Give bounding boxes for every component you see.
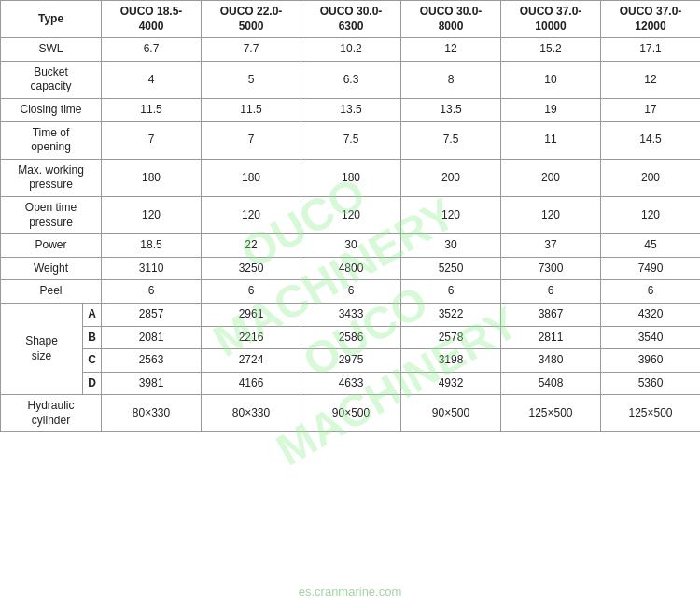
col-header-4: OUCO 30.0-8000 xyxy=(401,1,501,38)
hydraulic-v5: 125×500 xyxy=(501,395,601,432)
watermark-url: es.cranmarine.com xyxy=(299,585,402,599)
table-row: Max. workingpressure 180 180 180 200 200… xyxy=(1,159,701,196)
shape-d-v3: 4633 xyxy=(301,372,401,395)
bucket-v3: 6.3 xyxy=(301,61,401,98)
shape-row-b: B 2081 2216 2586 2578 2811 3540 xyxy=(1,326,701,349)
swl-v5: 15.2 xyxy=(501,38,601,62)
power-v4: 30 xyxy=(401,234,501,258)
power-v1: 18.5 xyxy=(102,234,202,258)
peel-v6: 6 xyxy=(601,280,701,304)
specs-table: Type OUCO 18.5-4000 OUCO 22.0-5000 OUCO … xyxy=(0,0,700,432)
hydraulic-v6: 125×500 xyxy=(601,395,701,432)
opentimepressure-v5: 120 xyxy=(501,196,601,233)
shape-c-v2: 2724 xyxy=(202,349,301,373)
closing-v2: 11.5 xyxy=(202,98,301,121)
hydraulic-v2: 80×330 xyxy=(202,395,301,432)
type-header: Type xyxy=(1,1,102,38)
shape-d-v2: 4166 xyxy=(202,372,301,395)
shape-b-v1: 2081 xyxy=(102,326,202,349)
closing-v1: 11.5 xyxy=(102,98,202,121)
power-v6: 45 xyxy=(601,234,701,258)
weight-v2: 3250 xyxy=(202,257,301,280)
opening-v5: 11 xyxy=(501,121,601,159)
table-row: SWL 6.7 7.7 10.2 12 15.2 17.1 xyxy=(1,38,701,62)
hydraulic-label: Hydrauliccylinder xyxy=(1,395,102,432)
swl-v4: 12 xyxy=(401,38,501,62)
opening-v6: 14.5 xyxy=(601,121,701,159)
table-row: Time ofopening 7 7 7.5 7.5 11 14.5 xyxy=(1,121,701,159)
opentimepressure-v4: 120 xyxy=(401,196,501,233)
opening-label: Time ofopening xyxy=(1,121,102,159)
power-v2: 22 xyxy=(202,234,301,258)
shape-c-v5: 3480 xyxy=(501,349,601,373)
opentimepressure-label: Open timepressure xyxy=(1,196,102,233)
maxpressure-v2: 180 xyxy=(202,159,301,196)
table-row: Bucketcapacity 4 5 6.3 8 10 12 xyxy=(1,61,701,98)
power-v5: 37 xyxy=(501,234,601,258)
peel-v2: 6 xyxy=(202,280,301,304)
col-header-3: OUCO 30.0-6300 xyxy=(301,1,401,38)
power-label: Power xyxy=(1,234,102,258)
col-header-2: OUCO 22.0-5000 xyxy=(202,1,301,38)
peel-label: Peel xyxy=(1,280,102,304)
shape-c-v1: 2563 xyxy=(102,349,202,373)
table-row: Open timepressure 120 120 120 120 120 12… xyxy=(1,196,701,233)
shape-a-v2: 2961 xyxy=(202,303,301,326)
table-row: Closing time 11.5 11.5 13.5 13.5 19 17 xyxy=(1,98,701,121)
shape-b-v2: 2216 xyxy=(202,326,301,349)
swl-v3: 10.2 xyxy=(301,38,401,62)
shape-sub-c: C xyxy=(83,349,102,373)
shape-size-label: Shapesize xyxy=(1,303,83,394)
shape-sub-d: D xyxy=(83,372,102,395)
shape-sub-a: A xyxy=(83,303,102,326)
table-row: Weight 3110 3250 4800 5250 7300 7490 xyxy=(1,257,701,280)
shape-a-v4: 3522 xyxy=(401,303,501,326)
opentimepressure-v2: 120 xyxy=(202,196,301,233)
maxpressure-v4: 200 xyxy=(401,159,501,196)
col-header-1: OUCO 18.5-4000 xyxy=(102,1,202,38)
shape-a-v5: 3867 xyxy=(501,303,601,326)
bucket-label: Bucketcapacity xyxy=(1,61,102,98)
hydraulic-v1: 80×330 xyxy=(102,395,202,432)
shape-d-v1: 3981 xyxy=(102,372,202,395)
swl-v1: 6.7 xyxy=(102,38,202,62)
shape-row-a: Shapesize A 2857 2961 3433 3522 3867 432… xyxy=(1,303,701,326)
hydraulic-v4: 90×500 xyxy=(401,395,501,432)
maxpressure-label: Max. workingpressure xyxy=(1,159,102,196)
shape-a-v6: 4320 xyxy=(601,303,701,326)
maxpressure-v5: 200 xyxy=(501,159,601,196)
shape-d-v5: 5408 xyxy=(501,372,601,395)
maxpressure-v3: 180 xyxy=(301,159,401,196)
shape-c-v3: 2975 xyxy=(301,349,401,373)
shape-b-v3: 2586 xyxy=(301,326,401,349)
power-v3: 30 xyxy=(301,234,401,258)
opentimepressure-v6: 120 xyxy=(601,196,701,233)
shape-a-v3: 3433 xyxy=(301,303,401,326)
swl-v6: 17.1 xyxy=(601,38,701,62)
weight-v1: 3110 xyxy=(102,257,202,280)
peel-v5: 6 xyxy=(501,280,601,304)
closing-v3: 13.5 xyxy=(301,98,401,121)
swl-label: SWL xyxy=(1,38,102,62)
weight-v5: 7300 xyxy=(501,257,601,280)
bucket-v6: 12 xyxy=(601,61,701,98)
opening-v3: 7.5 xyxy=(301,121,401,159)
weight-label: Weight xyxy=(1,257,102,280)
opentimepressure-v3: 120 xyxy=(301,196,401,233)
closing-v4: 13.5 xyxy=(401,98,501,121)
col-header-5: OUCO 37.0-10000 xyxy=(501,1,601,38)
peel-v4: 6 xyxy=(401,280,501,304)
shape-c-v4: 3198 xyxy=(401,349,501,373)
shape-b-v6: 3540 xyxy=(601,326,701,349)
opening-v2: 7 xyxy=(202,121,301,159)
peel-v3: 6 xyxy=(301,280,401,304)
peel-v1: 6 xyxy=(102,280,202,304)
weight-v4: 5250 xyxy=(401,257,501,280)
weight-v6: 7490 xyxy=(601,257,701,280)
shape-d-v4: 4932 xyxy=(401,372,501,395)
bucket-v5: 10 xyxy=(501,61,601,98)
bucket-v4: 8 xyxy=(401,61,501,98)
swl-v2: 7.7 xyxy=(202,38,301,62)
shape-row-d: D 3981 4166 4633 4932 5408 5360 xyxy=(1,372,701,395)
bucket-v1: 4 xyxy=(102,61,202,98)
